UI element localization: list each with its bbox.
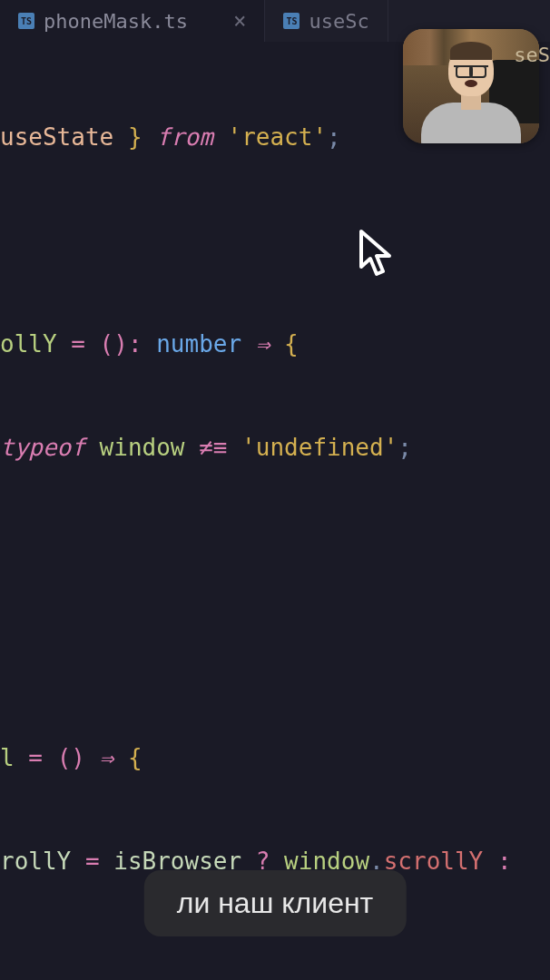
code-editor[interactable]: useState } from 'react'; ollY = (): numb… [0, 42, 550, 980]
typescript-icon: TS [18, 13, 34, 29]
caption-subtitle: ли наш клиент [144, 870, 407, 936]
tab-label: useSc [309, 10, 368, 33]
typescript-icon: TS [283, 13, 300, 29]
tab-label: phoneMask.ts [44, 10, 188, 33]
overlay-text: seS [514, 44, 550, 66]
close-icon[interactable]: × [233, 8, 246, 34]
tab-phonemask[interactable]: TS phoneMask.ts × [0, 0, 265, 42]
tab-usesc[interactable]: TS useSc [265, 0, 388, 42]
